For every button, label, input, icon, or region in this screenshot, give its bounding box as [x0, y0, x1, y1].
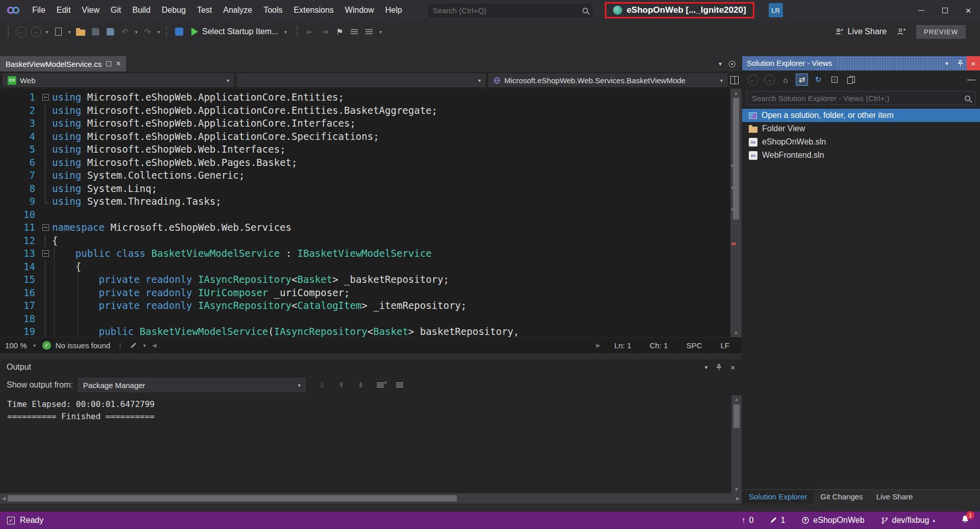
- editor-vertical-scrollbar[interactable]: ▲ ▼: [730, 89, 742, 337]
- home-icon[interactable]: ⌂: [779, 74, 792, 86]
- code-line[interactable]: 7using System.Collections.Generic;: [0, 169, 742, 182]
- open-file-icon[interactable]: [74, 25, 87, 38]
- start-debugging-control[interactable]: Select Startup Item... ▾: [187, 27, 292, 36]
- minimize-button[interactable]: [910, 0, 933, 20]
- eol-indicator[interactable]: LF: [720, 341, 729, 350]
- notifications[interactable]: 1: [961, 515, 970, 526]
- maximize-button[interactable]: [933, 0, 957, 20]
- menu-analyze[interactable]: Analyze: [217, 0, 258, 20]
- code-line[interactable]: 6using Microsoft.eShopWeb.Web.Pages.Bask…: [0, 156, 742, 170]
- indent-indicator[interactable]: SPC: [687, 341, 702, 350]
- find-message-icon[interactable]: ⇩: [316, 379, 328, 391]
- indent-increase-icon[interactable]: ⇥: [318, 25, 331, 38]
- word-wrap-icon[interactable]: [394, 379, 406, 391]
- quick-search-input[interactable]: [433, 6, 582, 15]
- navigate-backward-icon[interactable]: ←: [14, 25, 28, 38]
- suggestions-dropdown-icon[interactable]: ▾: [141, 343, 148, 348]
- pin-row-icon[interactable]: —: [967, 75, 975, 84]
- menu-help[interactable]: Help: [380, 0, 408, 20]
- line-number[interactable]: 3: [0, 117, 39, 130]
- save-icon[interactable]: [89, 25, 102, 38]
- fold-marker[interactable]: −: [39, 247, 52, 260]
- code-editor[interactable]: 1−using Microsoft.eShopWeb.ApplicationCo…: [0, 89, 742, 337]
- close-button[interactable]: ×: [957, 0, 980, 20]
- bookmark-icon[interactable]: ⚑: [333, 25, 346, 38]
- menu-debug[interactable]: Debug: [156, 0, 191, 20]
- split-editor-icon[interactable]: [730, 76, 739, 84]
- line-number[interactable]: 13: [0, 247, 39, 260]
- line-number[interactable]: 5: [0, 143, 39, 156]
- toolbar-grip[interactable]: [8, 27, 10, 37]
- project-dropdown[interactable]: C# Web ▾: [3, 74, 234, 87]
- code-line[interactable]: 16 private readonly IUriComposer _uriCom…: [0, 286, 742, 300]
- issues-status[interactable]: No issues found: [56, 341, 111, 350]
- toolbar-overflow-icon[interactable]: ▾: [377, 29, 383, 35]
- next-message-icon[interactable]: ⇟: [355, 379, 367, 391]
- code-line[interactable]: 10: [0, 208, 742, 222]
- output-vertical-scrollbar[interactable]: ▲ ▼: [731, 395, 742, 493]
- startup-item-dropdown-icon[interactable]: ▾: [282, 29, 288, 35]
- scroll-up-icon[interactable]: ▲: [731, 395, 742, 403]
- scroll-down-icon[interactable]: ▼: [730, 329, 742, 337]
- tree-item[interactable]: ∞eShopOnWeb.sln: [742, 135, 980, 149]
- menu-window[interactable]: Window: [339, 0, 380, 20]
- code-line[interactable]: 19 public BasketViewModelService(IAsyncR…: [0, 325, 742, 337]
- tree-item[interactable]: Folder View: [742, 122, 980, 135]
- panel-tab-solution-explorer[interactable]: Solution Explorer: [742, 490, 814, 503]
- redo-icon[interactable]: ↷: [141, 25, 154, 38]
- horizontal-scrollbar[interactable]: ◀ ▶: [152, 338, 600, 353]
- line-number[interactable]: 7: [0, 169, 39, 182]
- tree-item[interactable]: Open a solution, folder, or other item: [742, 109, 980, 122]
- browser-link-icon[interactable]: [173, 25, 186, 38]
- pending-changes[interactable]: 1: [765, 516, 790, 525]
- user-avatar[interactable]: LR: [769, 3, 783, 17]
- panel-tab-live-share[interactable]: Live Share: [870, 490, 920, 503]
- scroll-right-icon[interactable]: ▶: [596, 342, 600, 349]
- redo-dropdown-icon[interactable]: ▾: [156, 29, 162, 35]
- close-panel-icon[interactable]: ×: [730, 363, 735, 372]
- menu-view[interactable]: View: [76, 0, 105, 20]
- line-indicator[interactable]: Ln: 1: [614, 341, 631, 350]
- scrollbar-thumb[interactable]: [733, 404, 740, 428]
- code-line[interactable]: 12{: [0, 234, 742, 248]
- switch-views-icon[interactable]: ⇄: [796, 74, 808, 86]
- fold-box-icon[interactable]: −: [42, 250, 49, 257]
- repository-indicator[interactable]: eShopOnWeb: [796, 516, 869, 525]
- code-line[interactable]: 5using Microsoft.eShopWeb.Web.Interfaces…: [0, 143, 742, 156]
- line-number[interactable]: 4: [0, 130, 39, 143]
- menu-extensions[interactable]: Extensions: [288, 0, 339, 20]
- comment-lines-icon[interactable]: [348, 25, 361, 38]
- code-line[interactable]: 11−namespace Microsoft.eShopWeb.Web.Serv…: [0, 221, 742, 234]
- code-line[interactable]: 15 private readonly IAsyncRepository<Bas…: [0, 273, 742, 286]
- solution-explorer-header[interactable]: Solution Explorer - Views ▾ ×: [742, 56, 980, 70]
- pin-icon[interactable]: [716, 364, 722, 371]
- output-panel-header[interactable]: Output ▾ ×: [0, 359, 742, 375]
- navigate-forward-icon[interactable]: →: [29, 25, 42, 38]
- line-number[interactable]: 18: [0, 312, 39, 326]
- code-line[interactable]: 17 private readonly IAsyncRepository<Cat…: [0, 299, 742, 312]
- line-number[interactable]: 8: [0, 182, 39, 196]
- pin-icon[interactable]: [953, 56, 967, 70]
- column-indicator[interactable]: Ch: 1: [650, 341, 668, 350]
- scroll-up-icon[interactable]: ▲: [730, 89, 742, 97]
- tab-close-icon[interactable]: ×: [116, 59, 120, 68]
- fold-box-icon[interactable]: −: [42, 94, 49, 101]
- type-dropdown[interactable]: Microsoft.eShopWeb.Web.Services.BasketVi…: [488, 74, 727, 87]
- line-number[interactable]: 1: [0, 91, 39, 104]
- collapse-all-icon[interactable]: −: [828, 74, 841, 86]
- menu-git[interactable]: Git: [105, 0, 127, 20]
- navigate-dropdown-icon[interactable]: ▾: [44, 29, 50, 35]
- code-line[interactable]: 1−using Microsoft.eShopWeb.ApplicationCo…: [0, 91, 742, 104]
- line-number[interactable]: 2: [0, 104, 39, 117]
- solution-search-input[interactable]: [752, 94, 961, 103]
- line-number[interactable]: 19: [0, 325, 39, 337]
- fold-marker[interactable]: −: [39, 91, 52, 104]
- preview-badge[interactable]: PREVIEW: [916, 25, 966, 39]
- zoom-dropdown-icon[interactable]: ▾: [32, 343, 38, 348]
- code-line[interactable]: 18: [0, 312, 742, 326]
- code-line[interactable]: 9using System.Threading.Tasks;: [0, 195, 742, 208]
- editor-options-icon[interactable]: [729, 61, 736, 67]
- new-file-dropdown-icon[interactable]: ▾: [66, 29, 72, 35]
- history-back-icon[interactable]: ←: [747, 74, 759, 86]
- line-number[interactable]: 12: [0, 234, 39, 248]
